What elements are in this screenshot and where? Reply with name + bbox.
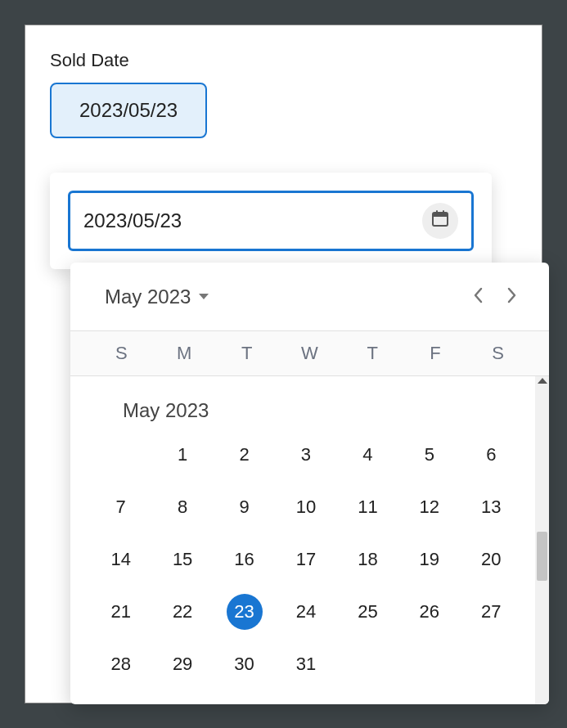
weekday-header-cell: M	[153, 343, 216, 364]
month-select-button[interactable]: May 2023	[105, 285, 209, 308]
day-cell: 26	[398, 594, 460, 630]
day-cell: 5	[398, 437, 460, 473]
sold-date-chip[interactable]: 2023/05/23	[50, 83, 207, 138]
scroll-thumb[interactable]	[537, 532, 547, 581]
weekday-header-cell: F	[404, 343, 467, 364]
svg-rect-1	[433, 213, 448, 217]
day-cell: 1	[151, 437, 213, 473]
day-10[interactable]: 10	[288, 489, 324, 525]
svg-rect-3	[443, 210, 444, 214]
day-cell: 25	[337, 594, 398, 630]
day-1[interactable]: 1	[164, 437, 200, 473]
day-20[interactable]: 20	[473, 542, 509, 577]
day-cell: 9	[214, 489, 275, 525]
weekday-header-cell: S	[466, 343, 529, 364]
day-cell: 4	[337, 437, 398, 473]
day-22[interactable]: 22	[164, 594, 200, 630]
day-cell: 6	[461, 437, 522, 473]
day-cell: 29	[151, 646, 213, 682]
day-blank	[90, 437, 151, 473]
day-cell: 18	[337, 542, 398, 577]
day-30[interactable]: 30	[227, 646, 263, 682]
day-25[interactable]: 25	[349, 594, 385, 630]
day-cell: 27	[461, 594, 522, 630]
day-27[interactable]: 27	[473, 594, 509, 630]
calendar-icon	[430, 209, 450, 233]
day-18[interactable]: 18	[349, 542, 385, 577]
day-6[interactable]: 6	[473, 437, 509, 473]
calendar-scroll-area[interactable]: May 2023 1234567891011121314151617181920…	[70, 376, 535, 704]
day-cell: 16	[214, 542, 275, 577]
chevron-right-icon	[506, 294, 518, 306]
day-cell: 28	[90, 646, 151, 682]
sold-date-chip-text: 2023/05/23	[79, 99, 178, 121]
day-5[interactable]: 5	[412, 437, 448, 473]
prev-month-button[interactable]	[461, 281, 495, 312]
panel: Sold Date 2023/05/23 2023/05/23 May	[25, 25, 542, 703]
day-cell: 8	[151, 489, 213, 525]
field-label: Sold Date	[50, 50, 517, 71]
day-23[interactable]: 23	[227, 594, 263, 630]
day-cell: 15	[151, 542, 213, 577]
scrollbar[interactable]	[535, 376, 549, 704]
days-grid: 1234567891011121314151617181920212223242…	[90, 437, 522, 682]
day-4[interactable]: 4	[349, 437, 385, 473]
day-cell: 3	[275, 437, 336, 473]
day-31[interactable]: 31	[288, 646, 324, 682]
day-26[interactable]: 26	[412, 594, 448, 630]
day-9[interactable]: 9	[227, 489, 263, 525]
day-2[interactable]: 2	[227, 437, 263, 473]
day-28[interactable]: 28	[103, 646, 139, 682]
day-cell: 14	[90, 542, 151, 577]
day-16[interactable]: 16	[227, 542, 263, 577]
month-body-label: May 2023	[90, 384, 522, 437]
day-cell: 13	[461, 489, 522, 525]
day-cell: 30	[214, 646, 275, 682]
date-input-text: 2023/05/23	[83, 209, 422, 232]
day-3[interactable]: 3	[288, 437, 324, 473]
day-cell: 7	[90, 489, 151, 525]
day-7[interactable]: 7	[103, 489, 139, 525]
day-cell: 20	[461, 542, 522, 577]
weekday-header-row: SMTWTFS	[70, 330, 549, 376]
day-cell: 31	[275, 646, 336, 682]
day-15[interactable]: 15	[164, 542, 200, 577]
weekday-header-cell: S	[90, 343, 153, 364]
scroll-up-arrow-icon[interactable]	[538, 378, 547, 384]
day-cell: 2	[214, 437, 275, 473]
calendar-header: May 2023	[70, 263, 549, 330]
chevron-left-icon	[472, 294, 484, 306]
day-19[interactable]: 19	[412, 542, 448, 577]
calendar-popover: May 2023 SMTWTFS May 2023 12345678910111…	[70, 263, 549, 704]
day-14[interactable]: 14	[103, 542, 139, 577]
day-cell: 19	[398, 542, 460, 577]
day-cell: 17	[275, 542, 336, 577]
weekday-header-cell: T	[215, 343, 278, 364]
date-input[interactable]: 2023/05/23	[68, 191, 474, 251]
month-select-label: May 2023	[105, 285, 191, 308]
day-cell: 22	[151, 594, 213, 630]
day-cell: 11	[337, 489, 398, 525]
day-cell: 12	[398, 489, 460, 525]
calendar-toggle-button[interactable]	[422, 203, 458, 239]
day-24[interactable]: 24	[288, 594, 324, 630]
day-29[interactable]: 29	[164, 646, 200, 682]
next-month-button[interactable]	[495, 281, 529, 312]
weekday-header-cell: W	[278, 343, 341, 364]
day-21[interactable]: 21	[103, 594, 139, 630]
day-cell: 21	[90, 594, 151, 630]
date-picker-card: 2023/05/23	[50, 173, 492, 269]
day-12[interactable]: 12	[412, 489, 448, 525]
day-cell: 24	[275, 594, 336, 630]
weekday-header-cell: T	[341, 343, 404, 364]
day-8[interactable]: 8	[164, 489, 200, 525]
day-11[interactable]: 11	[349, 489, 385, 525]
day-13[interactable]: 13	[473, 489, 509, 525]
day-cell: 10	[275, 489, 336, 525]
chevron-down-icon	[199, 294, 209, 299]
day-17[interactable]: 17	[288, 542, 324, 577]
calendar-body: May 2023 1234567891011121314151617181920…	[70, 376, 549, 704]
svg-rect-2	[436, 210, 438, 214]
day-cell: 23	[214, 594, 275, 630]
